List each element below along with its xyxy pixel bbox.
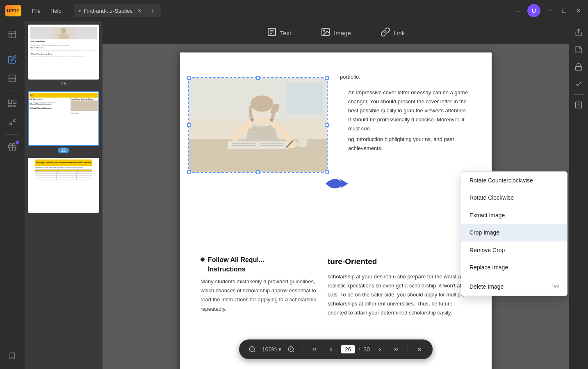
ctx-remove-crop-label: Remove Crop bbox=[469, 246, 505, 255]
rs-divider bbox=[574, 94, 583, 95]
sidebar-icon-edit[interactable] bbox=[4, 51, 21, 68]
toolbar-text[interactable]: T Text bbox=[260, 25, 298, 41]
sidebar-badge bbox=[16, 141, 19, 144]
thumb26-header: Leter bbox=[30, 93, 98, 98]
tab-add-button[interactable]: ＋ bbox=[148, 6, 156, 16]
rs-icon-stamp[interactable] bbox=[572, 77, 586, 91]
titlebar: UPDF File Help ▾ Find-and-...r-Studies ✕… bbox=[0, 0, 588, 21]
doc-arrow-svg bbox=[321, 167, 358, 200]
current-page-input[interactable]: 26 bbox=[341, 345, 356, 353]
window-controls: ─ □ ✕ bbox=[545, 6, 583, 16]
thumb26-content: Leter Add Distinctiveness Get the best o… bbox=[29, 92, 98, 145]
doc-bullet-body: Many students mistakenly d provided guid… bbox=[201, 277, 319, 313]
prev-page-button[interactable] bbox=[324, 343, 337, 356]
titlebar-menu: File Help bbox=[28, 6, 66, 16]
maximize-button[interactable]: □ bbox=[559, 6, 569, 16]
handle-mr[interactable] bbox=[325, 123, 329, 127]
tab-dropdown-icon[interactable]: ▾ bbox=[79, 9, 81, 13]
zoom-dropdown-icon[interactable]: ▾ bbox=[278, 346, 281, 353]
doc-area: T Text Image Link portfolio. bbox=[103, 21, 569, 369]
menu-file[interactable]: File bbox=[28, 6, 45, 16]
thumbnail-panel: • Start PrepareBooks You may have carefu… bbox=[25, 21, 103, 369]
ctx-rotate-ccw[interactable]: Rotate Counterclockwise bbox=[461, 172, 567, 189]
bullet-dot bbox=[201, 257, 205, 262]
first-page-button[interactable] bbox=[308, 343, 321, 356]
ctx-separator bbox=[461, 277, 567, 277]
thumb-img-27: Reviewing the Application Period and Off… bbox=[29, 159, 98, 212]
sidebar-icon-scan[interactable] bbox=[4, 70, 21, 87]
handle-bc[interactable] bbox=[256, 170, 260, 174]
svg-rect-51 bbox=[576, 66, 582, 70]
toolbar-link[interactable]: Link bbox=[374, 25, 412, 41]
handle-tr[interactable] bbox=[325, 76, 329, 80]
thumb-wrapper-26: Leter Add Distinctiveness Get the best o… bbox=[28, 91, 99, 146]
doc-right-col: An impressive cover letter or essay can … bbox=[348, 88, 471, 153]
titlebar-right: ··· U ─ □ ✕ bbox=[513, 4, 583, 17]
zoom-out-button[interactable] bbox=[246, 343, 259, 356]
more-tabs-button[interactable]: ··· bbox=[513, 7, 522, 15]
rs-icon-protect[interactable] bbox=[572, 60, 586, 74]
ctx-extract[interactable]: Extract Image bbox=[461, 207, 567, 224]
thumb25-image bbox=[30, 27, 97, 39]
doc-top-text: portfolio. bbox=[340, 73, 471, 82]
ctx-crop[interactable]: Crop Image bbox=[461, 224, 567, 241]
sidebar-icon-pages[interactable] bbox=[4, 95, 21, 112]
doc-bullet-section: Follow All Requi...Instructions Many stu… bbox=[201, 255, 319, 317]
svg-rect-40 bbox=[286, 82, 323, 115]
thumbnail-page-27[interactable]: Reviewing the Application Period and Off… bbox=[28, 158, 99, 213]
ctx-rotate-ccw-label: Rotate Counterclockwise bbox=[469, 176, 533, 185]
handle-bl[interactable] bbox=[187, 170, 191, 174]
close-button[interactable]: ✕ bbox=[573, 6, 583, 16]
tab-close-button[interactable]: ✕ bbox=[137, 8, 142, 14]
last-page-button[interactable] bbox=[390, 343, 403, 356]
doc-image-container[interactable] bbox=[188, 77, 328, 173]
sidebar-icon-gift[interactable] bbox=[4, 139, 21, 155]
thumb27-header: Reviewing the Application Period and Off… bbox=[35, 159, 92, 166]
sidebar-bottom bbox=[4, 348, 21, 364]
doc-bullet-title: Follow All Requi...Instructions bbox=[208, 255, 264, 274]
zoom-in-button[interactable] bbox=[285, 343, 298, 356]
text-icon: T bbox=[267, 27, 277, 39]
rs-icon-ocr[interactable] bbox=[572, 98, 586, 112]
thumb25-content: • Start PrepareBooks You may have carefu… bbox=[29, 25, 98, 79]
bt-divider-2 bbox=[408, 344, 408, 354]
app-logo: UPDF bbox=[5, 5, 21, 16]
page-separator: / bbox=[358, 346, 360, 353]
rs-icon-pdfa[interactable]: PDF/A bbox=[572, 43, 586, 57]
doc-lower-section: Follow All Requi...Instructions Many stu… bbox=[201, 255, 471, 317]
doc-right-body: scholarship at your desired u sho prepar… bbox=[328, 272, 471, 317]
thumb-wrapper-25: • Start PrepareBooks You may have carefu… bbox=[28, 25, 99, 80]
thumbnail-page-26[interactable]: Leter Add Distinctiveness Get the best o… bbox=[28, 91, 99, 153]
svg-rect-6 bbox=[13, 100, 16, 104]
doc-scroll[interactable]: portfolio. bbox=[103, 44, 569, 369]
sidebar-icon-compress[interactable] bbox=[4, 114, 21, 130]
menu-help[interactable]: Help bbox=[46, 6, 66, 16]
minimize-button[interactable]: ─ bbox=[545, 6, 555, 16]
sidebar-icon-reader[interactable] bbox=[4, 26, 21, 43]
tab-title: Find-and-...r-Studies bbox=[84, 8, 133, 14]
ctx-delete[interactable]: Delete Image Del bbox=[461, 278, 567, 295]
user-avatar[interactable]: U bbox=[527, 4, 540, 17]
thumb-img-25: • Start PrepareBooks You may have carefu… bbox=[29, 25, 98, 79]
svg-point-14 bbox=[61, 28, 66, 34]
sidebar-icon-bookmark[interactable] bbox=[4, 348, 21, 364]
ctx-replace[interactable]: Replace Image bbox=[461, 259, 567, 276]
link-icon bbox=[381, 27, 390, 39]
close-toolbar-button[interactable]: ✕ bbox=[413, 343, 426, 356]
ctx-remove-crop[interactable]: Remove Crop bbox=[461, 241, 567, 259]
handle-tl[interactable] bbox=[187, 76, 191, 80]
ctx-rotate-cw[interactable]: Rotate Clockwise bbox=[461, 189, 567, 206]
toolbar-image[interactable]: Image bbox=[314, 25, 358, 41]
bottom-toolbar: 100% ▾ 26 / 30 ✕ bbox=[239, 339, 433, 359]
zoom-level: 100% ▾ bbox=[262, 346, 281, 353]
sidebar-divider-1 bbox=[6, 47, 18, 47]
ctx-extract-label: Extract Image bbox=[469, 211, 505, 220]
thumbnail-page-25[interactable]: • Start PrepareBooks You may have carefu… bbox=[28, 25, 99, 86]
svg-rect-15 bbox=[59, 34, 68, 39]
doc-page: portfolio. bbox=[180, 52, 492, 369]
handle-tc[interactable] bbox=[256, 76, 260, 80]
rs-icon-share[interactable] bbox=[572, 25, 586, 39]
doc-image bbox=[189, 78, 327, 172]
next-page-button[interactable] bbox=[373, 343, 386, 356]
handle-ml[interactable] bbox=[187, 123, 191, 127]
